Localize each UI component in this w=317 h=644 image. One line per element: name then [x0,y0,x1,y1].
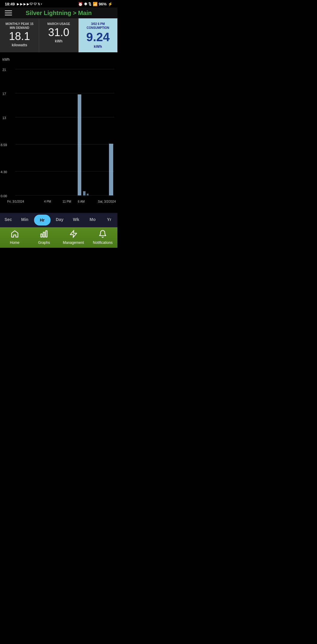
svg-text:6 AM: 6 AM [78,200,85,203]
graphs-icon [40,230,48,239]
nav-home-label: Home [10,241,20,245]
svg-text:4 PM: 4 PM [44,200,51,203]
stat-card-peak: MONTHLY PEAK 15 MIN DEMAND 18.1 kilowatt… [0,18,39,52]
page-title: Silver Lightning > Main [26,10,92,17]
nav-graphs-label: Graphs [38,241,50,245]
tab-min[interactable]: Min [17,214,33,226]
nav-notifications-label: Notifications [93,241,113,245]
y-axis-label: kWh [2,57,10,62]
bar-tiny [87,194,89,195]
stat-unit-consumption: kWh [82,44,114,49]
status-right: ⏰ ✱ ⇅ 📶 96% ⚡ [78,2,113,6]
tab-hr[interactable]: Hr [34,215,51,225]
svg-text:4.30: 4.30 [1,170,7,174]
stat-unit-usage: kWh [42,39,75,43]
status-bar: 18:49 ▶ ▶ ▶ ▶ 🛡 🛡 𝕏 • ⏰ ✱ ⇅ 📶 96% ⚡ [0,0,117,8]
notifications-icon [98,230,107,239]
app-header: Silver Lightning > Main [0,8,117,18]
stats-row: MONTHLY PEAK 15 MIN DEMAND 18.1 kilowatt… [0,18,117,52]
svg-text:13: 13 [2,116,6,120]
charging-icon: ⚡ [108,2,113,6]
nav-home[interactable]: Home [0,230,30,245]
svg-rect-17 [41,234,42,237]
stat-card-usage: MARCH USAGE 31.0 kWh [39,18,78,52]
svg-text:11 PM: 11 PM [63,200,71,203]
svg-text:Sat, 3/2/2024: Sat, 3/2/2024 [98,200,116,203]
stat-unit-peak: kilowatts [3,43,36,47]
stat-label-consumption: 3/02 6 PM CONSUMPTION [82,22,114,30]
nav-notifications[interactable]: Notifications [88,230,118,245]
chart-container: kWh 21 17 13 8.59 4.30 0.00 Fri, 3/1/202… [0,52,117,213]
stat-card-consumption: 3/02 6 PM CONSUMPTION 9.24 kWh [79,18,117,52]
time-tabs: Sec Min Hr Day Wk Mo Yr [0,213,117,227]
svg-text:17: 17 [2,92,6,96]
tab-sec[interactable]: Sec [0,214,17,226]
status-time: 18:49 ▶ ▶ ▶ ▶ 🛡 🛡 𝕏 • [5,2,42,6]
svg-text:0.00: 0.00 [1,194,7,198]
svg-text:8.59: 8.59 [1,143,7,147]
stat-label-peak: MONTHLY PEAK 15 MIN DEMAND [3,22,36,30]
bar-sat [109,144,113,195]
stat-value-usage: 31.0 [42,27,75,38]
home-icon [11,230,19,239]
stats-wrapper: MONTHLY PEAK 15 MIN DEMAND 18.1 kilowatt… [0,18,117,52]
bar-small-1 [83,191,85,195]
svg-text:Fri, 3/1/2024: Fri, 3/1/2024 [7,200,24,203]
nav-management[interactable]: Management [59,230,88,245]
stat-value-peak: 18.1 [3,31,36,42]
svg-text:21: 21 [2,68,6,72]
chart-svg: kWh 21 17 13 8.59 4.30 0.00 Fri, 3/1/202… [0,55,117,212]
battery-icon: ⏰ ✱ ⇅ 📶 [78,2,98,6]
tab-day[interactable]: Day [51,214,68,226]
management-icon [69,230,78,239]
bar-6am [78,94,81,195]
tab-mo[interactable]: Mo [84,214,101,226]
stat-label-usage: MARCH USAGE [42,22,75,26]
svg-rect-19 [46,231,47,237]
nav-graphs[interactable]: Graphs [30,230,59,245]
tab-wk[interactable]: Wk [68,214,84,226]
svg-rect-18 [43,232,45,237]
menu-button[interactable] [5,11,12,15]
tab-yr[interactable]: Yr [101,214,117,226]
stat-value-consumption: 9.24 [82,31,114,43]
bottom-nav: Home Graphs Management Notification [0,227,117,248]
nav-management-label: Management [63,241,84,245]
